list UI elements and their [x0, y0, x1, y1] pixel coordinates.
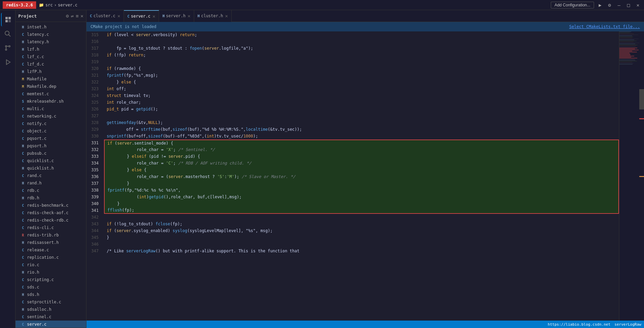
sidebar-file-item[interactable]: Hlatency.h — [16, 38, 86, 46]
sidebar-file-item[interactable]: Clatency.c — [16, 31, 86, 38]
sidebar-file-item[interactable]: Crand.c — [16, 172, 86, 179]
editor-tab-cluster-c[interactable]: C cluster.c ✕ — [86, 10, 124, 22]
code-line[interactable]: int off; — [104, 85, 619, 92]
sidebar-file-item[interactable]: Hquicklist.h — [16, 165, 86, 172]
sidebar-file-item[interactable]: Rredis-trib.rb — [16, 231, 86, 239]
sidebar-file-item[interactable]: Cnotify.c — [16, 120, 86, 127]
code-line[interactable] — [104, 214, 619, 221]
url-status[interactable]: https://liabio.blog.csdn.net — [548, 322, 610, 327]
code-line[interactable]: snprintf(buf+off,sizeof(buf)-off,"%03d",… — [104, 133, 619, 140]
sidebar-file-item[interactable]: Cscripting.c — [16, 276, 86, 283]
sidebar-collapse-icon[interactable]: ✕ — [81, 13, 83, 19]
code-line[interactable]: off = strftime(buf,sizeof(buf),"%d %b %H… — [104, 126, 619, 133]
code-line[interactable] — [104, 241, 619, 248]
maximize-button[interactable]: □ — [625, 2, 632, 8]
code-line[interactable]: (int)getpid(),role_char, buf,c[level],ms… — [104, 194, 619, 200]
sidebar-file-item[interactable]: Clzf_d.c — [16, 60, 86, 68]
debug-start-button[interactable]: ▶ — [597, 2, 603, 8]
sidebar-file-item[interactable]: Cobject.c — [16, 127, 86, 135]
code-line[interactable]: if (!log_to_stdout) fclose(fp); — [104, 221, 619, 227]
minimize-button[interactable]: — — [616, 2, 622, 8]
code-line[interactable]: role_char = 'X'; /* Sentinel. */ — [104, 146, 619, 153]
sidebar-file-item[interactable]: Credis-benchmark.c — [16, 202, 86, 209]
tab-close-button[interactable]: ✕ — [225, 13, 228, 19]
code-line[interactable]: if (level < server.verbosity) return; — [104, 31, 619, 38]
code-line[interactable] — [104, 112, 619, 119]
tab-close-button[interactable]: ✕ — [118, 13, 120, 19]
sidebar-split-icon[interactable]: ⇌ — [71, 13, 74, 19]
sidebar-file-item[interactable]: Crelease.c — [16, 246, 86, 254]
code-line[interactable]: } else { — [104, 167, 619, 173]
function-status[interactable]: serverLogRaw — [615, 322, 641, 327]
code-line[interactable]: pid_t pid = getpid(); — [104, 106, 619, 112]
sidebar-file-item[interactable]: Hredisassert.h — [16, 239, 86, 246]
sidebar-file-item[interactable]: Hsdsalloc.h — [16, 306, 86, 313]
sidebar-file-item[interactable]: Hrand.h — [16, 179, 86, 187]
code-line[interactable]: fprintf(fp,"%s",msg); — [104, 72, 619, 79]
sidebar-file-item[interactable]: Hlzf.h — [16, 46, 86, 53]
code-line[interactable]: struct timeval tv; — [104, 92, 619, 99]
sidebar-file-item[interactable]: Crdb.c — [16, 187, 86, 194]
cmake-select-link[interactable]: Select CMakeLists.txt file... — [569, 24, 640, 29]
sidebar-file-item[interactable]: Hpqsort.h — [16, 142, 86, 150]
code-line[interactable]: int role_char; — [104, 99, 619, 106]
sidebar-file-item[interactable]: Credis-check-rdb.c — [16, 217, 86, 224]
explorer-tab[interactable] — [1, 13, 15, 26]
sidebar-file-item[interactable]: Clzf_c.c — [16, 53, 86, 60]
sidebar-file-item[interactable]: Cquicklist.c — [16, 157, 86, 165]
editor-tab-server-c[interactable]: C server.c ✕ — [124, 10, 159, 22]
sidebar-file-item[interactable]: Smkreleasehdr.sh — [16, 98, 86, 105]
sidebar-file-item[interactable]: Cnetworking.c — [16, 112, 86, 120]
sidebar-file-item[interactable]: Hrdb.h — [16, 194, 86, 202]
code-line[interactable]: fflush(fp); — [104, 207, 619, 214]
code-line[interactable]: } — [104, 180, 619, 187]
sidebar-file-item[interactable]: Cmemtest.c — [16, 90, 86, 98]
sidebar-file-item[interactable]: Cpubsub.c — [16, 150, 86, 157]
code-line[interactable]: if (server.syslog_enabled) syslog(syslog… — [104, 227, 619, 234]
editor-tab-server-h[interactable]: H server.h ✕ — [159, 10, 194, 22]
close-button[interactable]: ✕ — [635, 2, 641, 8]
sidebar-file-item[interactable]: Cmulti.c — [16, 105, 86, 112]
code-line[interactable]: } else if (pid != server.pid) { — [104, 153, 619, 160]
scrollbar[interactable] — [639, 31, 644, 321]
sidebar-file-item[interactable]: Credis-check-aof.c — [16, 209, 86, 217]
sidebar-file-item[interactable]: Crio.c — [16, 261, 86, 269]
debug-tab[interactable] — [1, 55, 15, 69]
code-line[interactable]: } — [104, 234, 619, 241]
source-control-tab[interactable] — [1, 41, 15, 55]
code-line[interactable]: /* Like serverLogRaw() but with printf-a… — [104, 248, 619, 254]
sidebar-file-item[interactable]: Cpqsort.c — [16, 135, 86, 142]
sidebar-file-item[interactable]: Hintset.h — [16, 23, 86, 31]
sidebar-file-item[interactable]: Cserver.c — [16, 321, 86, 328]
sidebar-file-item[interactable]: Csds.c — [16, 283, 86, 291]
code-line[interactable]: role_char = 'C'; /* RDB / AOF writing ch… — [104, 160, 619, 167]
code-line[interactable]: } — [104, 200, 619, 207]
code-line[interactable]: gettimeofday(&tv,NULL); — [104, 119, 619, 126]
code-content[interactable]: if (level < server.verbosity) return; fp… — [104, 31, 619, 321]
sidebar-file-item[interactable]: HlzfP.h — [16, 68, 86, 75]
sidebar-file-item[interactable]: MMakefile — [16, 75, 86, 83]
sidebar-file-item[interactable]: Hrio.h — [16, 269, 86, 276]
code-line[interactable] — [104, 38, 619, 45]
code-line[interactable] — [104, 58, 619, 65]
sidebar-settings-icon[interactable]: ⚙ — [66, 13, 69, 19]
sidebar-file-item[interactable]: Csentinel.c — [16, 313, 86, 321]
sidebar-file-item[interactable]: Creplication.c — [16, 254, 86, 261]
sidebar-file-item[interactable]: MMakefile.dep — [16, 83, 86, 90]
code-line[interactable]: fp = log_to_stdout ? stdout : fopen(serv… — [104, 45, 619, 52]
code-line[interactable]: if (server.sentinel_mode) { — [104, 140, 619, 146]
tab-close-button[interactable]: ✕ — [153, 14, 155, 19]
search-tab[interactable] — [1, 27, 15, 41]
settings-icon[interactable]: ⚙ — [606, 2, 613, 8]
code-line[interactable]: } else { — [104, 79, 619, 85]
sidebar-file-item[interactable]: Csetproctitle.c — [16, 298, 86, 306]
tab-close-button[interactable]: ✕ — [187, 13, 190, 19]
code-line[interactable]: if (!fp) return; — [104, 52, 619, 58]
editor-tab-cluster-h[interactable]: H cluster.h ✕ — [194, 10, 232, 22]
add-configuration-button[interactable]: Add Configuration... — [551, 2, 594, 8]
sidebar-more-icon[interactable]: ≡ — [76, 13, 78, 19]
code-line[interactable]: fprintf(fp,"%d:%c %s %c %s\n", — [104, 187, 619, 194]
sidebar-file-item[interactable]: Credis-cli.c — [16, 224, 86, 231]
sidebar-file-item[interactable]: Hsds.h — [16, 291, 86, 298]
code-line[interactable]: role_char = (server.masterhost ? 'S':'M'… — [104, 173, 619, 180]
